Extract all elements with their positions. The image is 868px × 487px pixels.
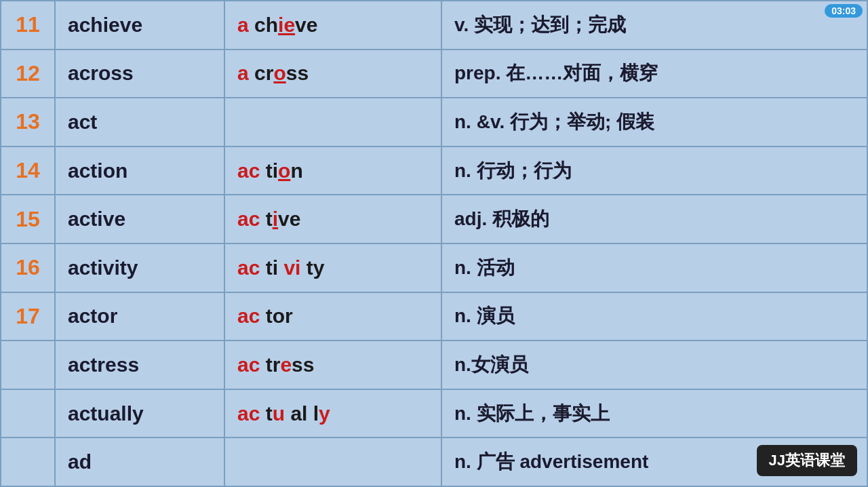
row-number: 13: [1, 98, 55, 147]
table-row: adn. 广告 advertisement: [1, 437, 867, 486]
row-word: action: [55, 147, 224, 195]
row-syllable: ac ti vi ty: [224, 244, 441, 292]
row-syllable: [224, 437, 441, 486]
row-word: active: [55, 195, 224, 244]
row-word: actually: [55, 389, 224, 438]
row-word: across: [55, 50, 224, 98]
row-definition: prep. 在……对面，横穿: [441, 50, 867, 98]
timer-badge: 03:03: [825, 4, 863, 18]
row-definition: n. 活动: [441, 244, 867, 292]
row-syllable: ac tress: [224, 340, 441, 389]
row-word: activity: [55, 244, 224, 292]
table-row: actuallyac tu al lyn. 实际上，事实上: [1, 389, 867, 438]
row-number: [1, 340, 55, 389]
row-definition: n. &v. 行为；举动; 假装: [441, 98, 867, 147]
row-syllable: ac tu al ly: [224, 389, 441, 438]
row-number: 15: [1, 195, 55, 244]
row-word: actress: [55, 340, 224, 389]
table-row: 11achievea chievev. 实现；达到；完成: [1, 1, 867, 50]
table-row: 17actorac torn. 演员: [1, 292, 867, 341]
row-definition: n. 实际上，事实上: [441, 389, 867, 438]
row-number: 17: [1, 292, 55, 341]
row-number: 16: [1, 244, 55, 292]
row-syllable: ac tion: [224, 147, 441, 195]
row-definition: adj. 积极的: [441, 195, 867, 244]
row-number: 14: [1, 147, 55, 195]
row-syllable: ac tive: [224, 195, 441, 244]
row-syllable: a chieve: [224, 1, 441, 50]
row-syllable: ac tor: [224, 292, 441, 341]
row-definition: n.女演员: [441, 340, 867, 389]
table-row: 13actn. &v. 行为；举动; 假装: [1, 98, 867, 147]
row-number: [1, 437, 55, 486]
row-number: 12: [1, 50, 55, 98]
table-row: 14actionac tionn. 行动；行为: [1, 147, 867, 195]
row-definition: n. 演员: [441, 292, 867, 341]
row-word: act: [55, 98, 224, 147]
table-row: actressac tressn.女演员: [1, 340, 867, 389]
row-word: ad: [55, 437, 224, 486]
table-row: 12acrossa crossprep. 在……对面，横穿: [1, 50, 867, 98]
row-number: 11: [1, 1, 55, 50]
watermark-label: JJ英语课堂: [757, 445, 857, 476]
row-syllable: [224, 98, 441, 147]
table-row: 15activeac tiveadj. 积极的: [1, 195, 867, 244]
row-word: actor: [55, 292, 224, 341]
row-definition: n. 行动；行为: [441, 147, 867, 195]
vocabulary-table: 11achievea chievev. 实现；达到；完成12acrossa cr…: [0, 0, 868, 487]
row-word: achieve: [55, 1, 224, 50]
row-syllable: a cross: [224, 50, 441, 98]
main-container: 03:03 11achievea chievev. 实现；达到；完成12acro…: [0, 0, 868, 487]
row-definition: v. 实现；达到；完成: [441, 1, 867, 50]
table-row: 16activityac ti vi tyn. 活动: [1, 244, 867, 292]
row-number: [1, 389, 55, 438]
